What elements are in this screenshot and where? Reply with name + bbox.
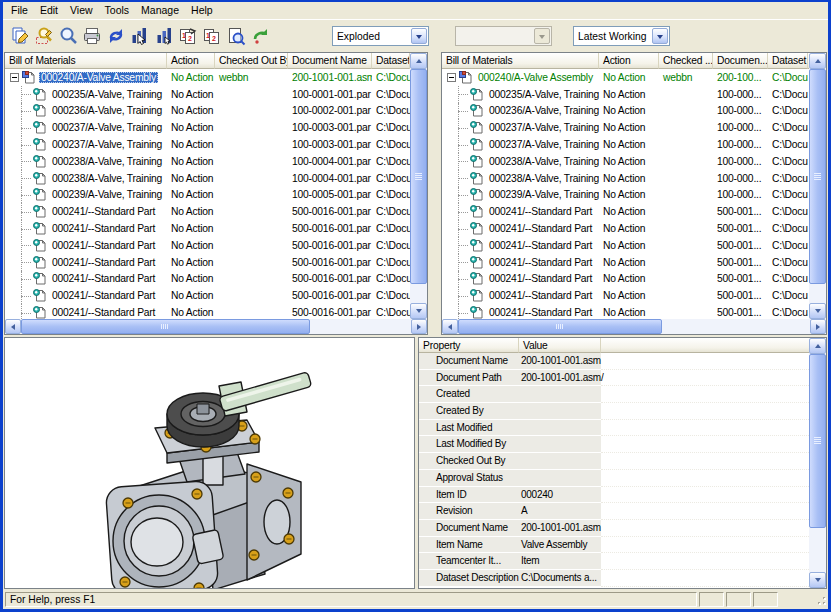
bom-row[interactable]: 000241/--Standard PartNo Action500-001..… <box>442 304 809 319</box>
update-arrow-icon[interactable] <box>248 24 272 48</box>
column-header-3[interactable]: Document Name <box>288 53 372 69</box>
page-preview-icon[interactable] <box>224 24 248 48</box>
chart-bars-icon[interactable] <box>152 24 176 48</box>
menu-manage[interactable]: Manage <box>135 3 185 18</box>
bom-row[interactable]: 000240/A-Valve AssemblyNo Actionwebbn200… <box>442 69 809 86</box>
checkout-documents-icon[interactable] <box>8 24 32 48</box>
bom-row[interactable]: 000241/--Standard PartNo Action500-001..… <box>442 237 809 254</box>
property-row[interactable]: Last Modified <box>419 420 809 437</box>
bom-row[interactable]: 000238/A-Valve, TrainingNo Action100-000… <box>5 170 410 187</box>
scroll-up-button[interactable] <box>410 53 427 69</box>
bom-row[interactable]: 000241/--Standard PartNo Action500-001..… <box>442 254 809 271</box>
bom-row[interactable]: 000238/A-Valve, TrainingNo Action100-000… <box>442 153 809 170</box>
property-row[interactable]: Dataset DescriptionC:\Documents a... <box>419 570 809 587</box>
bom-row[interactable]: 000238/A-Valve, TrainingNo Action100-000… <box>442 170 809 187</box>
collapse-expander[interactable] <box>447 73 456 82</box>
column-header-2[interactable]: Checked ... <box>659 53 713 69</box>
copy-pages-arrow-icon[interactable] <box>176 24 200 48</box>
column-header-3[interactable]: Documen... <box>713 53 768 69</box>
scroll-up-button[interactable] <box>809 53 826 69</box>
vertical-scroll-track[interactable] <box>809 69 826 303</box>
horizontal-scroll-thumb[interactable] <box>21 319 310 334</box>
bom-row[interactable]: 000239/A-Valve, TrainingNo Action100-000… <box>442 187 809 204</box>
column-header-4[interactable]: Dataset De <box>372 53 410 69</box>
column-header-1[interactable]: Action <box>599 53 659 69</box>
property-column-header[interactable]: Property <box>419 338 519 353</box>
bom-row[interactable]: 000237/A-Valve, TrainingNo Action100-000… <box>442 136 809 153</box>
combo-dropdown-button[interactable] <box>534 28 550 44</box>
zoom-icon[interactable] <box>56 24 80 48</box>
bom-row[interactable]: 000239/A-Valve, TrainingNo Action100-000… <box>5 187 410 204</box>
bom-row[interactable]: 000241/--Standard PartNo Action500-0016-… <box>5 304 410 319</box>
vertical-scroll-thumb[interactable] <box>809 69 826 284</box>
combo-dropdown-button[interactable] <box>652 28 668 44</box>
property-row[interactable]: Created By <box>419 403 809 420</box>
vertical-scroll-track[interactable] <box>809 354 826 572</box>
property-row[interactable]: Created <box>419 386 809 403</box>
scroll-down-button[interactable] <box>410 303 427 319</box>
vertical-scroll-thumb[interactable] <box>809 354 826 528</box>
collapse-expander[interactable] <box>10 73 19 82</box>
property-row[interactable]: Document Name200-1001-001.asm <box>419 520 809 537</box>
bom-row[interactable]: 000241/--Standard PartNo Action500-001..… <box>442 203 809 220</box>
horizontal-scrollbar[interactable] <box>5 319 427 334</box>
vertical-scrollbar[interactable] <box>809 53 826 319</box>
property-row[interactable]: Teamcenter It...Item <box>419 553 809 570</box>
menu-edit[interactable]: Edit <box>34 3 64 18</box>
combo-dropdown-button[interactable] <box>411 28 427 44</box>
property-row[interactable]: RevisionA <box>419 503 809 520</box>
column-header-1[interactable]: Action <box>167 53 215 69</box>
column-header-0[interactable]: Bill of Materials <box>442 53 599 69</box>
bom-row[interactable]: 000241/--Standard PartNo Action500-001..… <box>442 287 809 304</box>
menu-help[interactable]: Help <box>185 3 219 18</box>
search-markup-icon[interactable] <box>32 24 56 48</box>
bom-row[interactable]: 000237/A-Valve, TrainingNo Action100-000… <box>5 136 410 153</box>
property-row[interactable]: Last Modified By <box>419 436 809 453</box>
scroll-down-button[interactable] <box>809 572 826 588</box>
horizontal-scroll-thumb[interactable] <box>458 319 662 334</box>
property-row[interactable]: Item ID000240 <box>419 487 809 504</box>
bom-row[interactable]: 000241/--Standard PartNo Action500-0016-… <box>5 287 410 304</box>
column-header-2[interactable]: Checked Out By <box>215 53 288 69</box>
column-header-0[interactable]: Bill of Materials <box>5 53 167 69</box>
copy-pages-icon[interactable] <box>200 24 224 48</box>
vertical-scroll-thumb[interactable] <box>410 69 427 284</box>
resize-grip[interactable] <box>814 593 828 607</box>
bom-row[interactable]: 000237/A-Valve, TrainingNo Action100-000… <box>5 119 410 136</box>
3d-viewer[interactable] <box>4 337 415 589</box>
property-row[interactable]: Item NameValve Assembly <box>419 537 809 554</box>
bom-row[interactable]: 000241/--Standard PartNo Action500-001..… <box>442 271 809 288</box>
bom-row[interactable]: 000237/A-Valve, TrainingNo Action100-000… <box>442 119 809 136</box>
vertical-scrollbar[interactable] <box>809 338 826 588</box>
bom-row[interactable]: 000241/--Standard PartNo Action500-0016-… <box>5 254 410 271</box>
scroll-right-button[interactable] <box>810 319 826 334</box>
menu-file[interactable]: File <box>5 3 34 18</box>
menu-tools[interactable]: Tools <box>99 3 136 18</box>
property-row[interactable]: Document Path200-1001-001.asm/ <box>419 370 809 387</box>
bom-row[interactable]: 000236/A-Valve, TrainingNo Action100-000… <box>442 103 809 120</box>
horizontal-scroll-track[interactable] <box>458 319 810 334</box>
bom-row[interactable]: 000235/A-Valve, TrainingNo Action100-000… <box>5 86 410 103</box>
vertical-scroll-track[interactable] <box>410 69 427 303</box>
property-row[interactable]: Document Name200-1001-001.asm <box>419 353 809 370</box>
column-header-4[interactable]: Dataset . <box>768 53 808 69</box>
bom-row[interactable]: 000235/A-Valve, TrainingNo Action100-000… <box>442 86 809 103</box>
property-row[interactable]: Approval Status <box>419 470 809 487</box>
combo-0[interactable]: Exploded <box>332 26 429 46</box>
scroll-left-button[interactable] <box>5 319 21 334</box>
refresh-icon[interactable] <box>104 24 128 48</box>
vertical-scrollbar[interactable] <box>410 53 427 319</box>
scroll-right-button[interactable] <box>411 319 427 334</box>
bom-row[interactable]: 000236/A-Valve, TrainingNo Action100-000… <box>5 103 410 120</box>
bom-row[interactable]: 000238/A-Valve, TrainingNo Action100-000… <box>5 153 410 170</box>
scroll-down-button[interactable] <box>809 303 826 319</box>
bom-row[interactable]: 000241/--Standard PartNo Action500-0016-… <box>5 237 410 254</box>
bom-row[interactable]: 000241/--Standard PartNo Action500-0016-… <box>5 271 410 288</box>
bom-row[interactable]: 000241/--Standard PartNo Action500-001..… <box>442 220 809 237</box>
combo-1[interactable] <box>455 26 552 46</box>
scroll-up-button[interactable] <box>809 338 826 354</box>
horizontal-scrollbar[interactable] <box>442 319 826 334</box>
combo-2[interactable]: Latest Working <box>573 26 670 46</box>
horizontal-scroll-track[interactable] <box>21 319 411 334</box>
chart-cursor-icon[interactable] <box>128 24 152 48</box>
